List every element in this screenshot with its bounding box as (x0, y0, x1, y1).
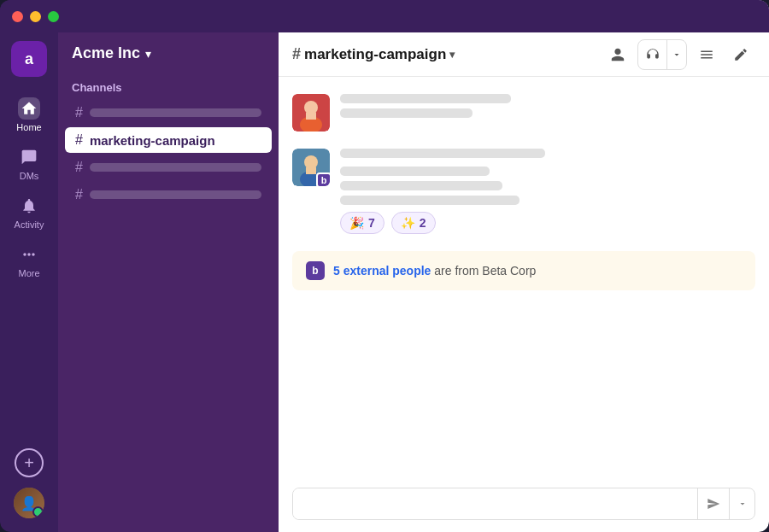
external-highlight: 5 external people (333, 264, 431, 278)
message-avatar-1 (292, 94, 330, 132)
nav-rail-bottom: + 👤 (14, 448, 44, 532)
channel-placeholder-bar (90, 108, 261, 117)
message-body-1 (340, 94, 755, 123)
channel-header: # marketing-campaign ▾ (279, 32, 769, 77)
close-button[interactable] (12, 11, 23, 22)
channel-item-1[interactable]: # (65, 100, 272, 126)
activity-icon (21, 197, 38, 214)
message-input-area (279, 479, 769, 532)
external-notice-text: 5 external people are from Beta Corp (333, 264, 536, 278)
message-text-line (340, 167, 490, 176)
compose-icon (733, 47, 748, 62)
sidebar-item-more[interactable]: More (0, 237, 58, 285)
channels-section-label: Channels (58, 74, 279, 99)
message-text-line (340, 149, 545, 158)
external-notice: b 5 external people are from Beta Corp (292, 251, 755, 290)
message-text-line (340, 94, 511, 103)
main-content: # marketing-campaign ▾ (279, 0, 769, 532)
avatar-woman-icon (292, 94, 330, 132)
message-input[interactable] (293, 488, 697, 519)
header-actions (603, 39, 755, 70)
sidebar-item-activity[interactable]: Activity (0, 188, 58, 237)
sidebar: Acme Inc ▾ Channels # # marketing-campai… (58, 0, 279, 532)
list-icon (699, 47, 714, 62)
channel-hash-icon-active: # (75, 132, 83, 148)
message-row-2: b 🎉 7 ✨ 2 (292, 149, 755, 234)
home-icon (21, 100, 38, 117)
messages-area: b 🎉 7 ✨ 2 (279, 77, 769, 479)
channel-placeholder-bar-3 (90, 163, 261, 172)
maximize-button[interactable] (48, 11, 59, 22)
sidebar-item-dms[interactable]: DMs (0, 139, 58, 188)
workspace-header[interactable]: Acme Inc ▾ (58, 32, 279, 74)
send-dropdown-button[interactable] (729, 488, 754, 519)
more-icon (21, 246, 38, 263)
avatar-badge: b (316, 172, 330, 186)
send-icon (707, 497, 720, 511)
add-button[interactable]: + (15, 448, 44, 477)
channel-item-marketing-campaign[interactable]: # marketing-campaign (65, 127, 272, 153)
message-text-line (340, 196, 520, 205)
message-row-1 (292, 94, 755, 132)
more-icon-wrapper (18, 243, 40, 266)
audio-button[interactable] (638, 40, 667, 69)
reaction-sparkle[interactable]: ✨ 2 (391, 212, 436, 234)
message-body-2: 🎉 7 ✨ 2 (340, 149, 755, 234)
dm-icon (21, 149, 38, 166)
send-button[interactable] (698, 488, 729, 519)
sidebar-item-home[interactable]: Home (0, 91, 58, 139)
message-text-line (340, 181, 502, 190)
reaction-emoji-party: 🎉 (349, 216, 364, 230)
message-input-wrapper (292, 488, 755, 520)
reaction-count-party: 7 (368, 216, 375, 230)
headphone-icon (645, 47, 660, 62)
svg-rect-3 (306, 113, 316, 120)
reactions: 🎉 7 ✨ 2 (340, 212, 755, 234)
nav-rail: a Home DMs Activity (0, 0, 58, 532)
external-badge: b (306, 261, 325, 280)
minimize-button[interactable] (30, 11, 41, 22)
svg-rect-7 (306, 167, 316, 174)
activity-icon-wrapper (18, 195, 40, 217)
reaction-emoji-sparkle: ✨ (401, 216, 415, 230)
channel-hash-icon: # (75, 105, 83, 120)
workspace-chevron-icon: ▾ (145, 47, 151, 61)
user-avatar[interactable]: 👤 (14, 488, 44, 518)
audio-chevron-icon (672, 50, 682, 60)
svg-point-1 (304, 101, 318, 114)
external-rest: are from Beta Corp (431, 264, 536, 278)
channel-header-hash-icon: # (292, 45, 301, 63)
compose-button[interactable] (726, 40, 755, 69)
channel-item-3[interactable]: # (65, 155, 272, 180)
people-icon (610, 47, 625, 62)
workspace-icon[interactable]: a (11, 41, 47, 77)
message-avatar-2: b (292, 149, 330, 186)
list-view-button[interactable] (692, 40, 721, 69)
channel-placeholder-bar-4 (90, 190, 261, 199)
reaction-count-sparkle: 2 (420, 216, 426, 230)
dm-icon-wrapper (18, 146, 40, 168)
people-button[interactable] (603, 40, 632, 69)
channel-hash-icon-4: # (75, 187, 83, 202)
send-chevron-icon (737, 499, 748, 509)
audio-button-group (637, 39, 687, 70)
message-text-line (340, 108, 473, 118)
svg-point-5 (304, 155, 318, 169)
channel-item-4[interactable]: # (65, 182, 272, 208)
home-icon-wrapper (18, 97, 40, 120)
channel-title: # marketing-campaign ▾ (292, 45, 455, 63)
reaction-party[interactable]: 🎉 7 (340, 212, 384, 234)
audio-dropdown-button[interactable] (667, 40, 686, 69)
channel-hash-icon-3: # (75, 160, 83, 175)
channel-header-chevron-icon[interactable]: ▾ (449, 49, 455, 61)
